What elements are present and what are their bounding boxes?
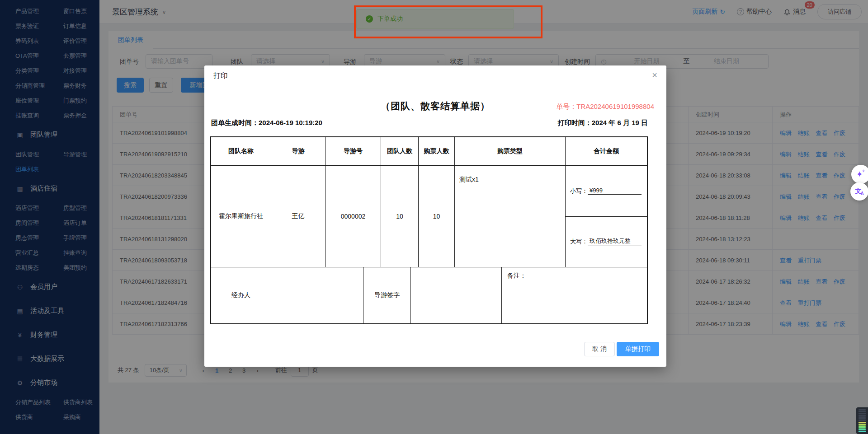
receipt-table: 团队名称 导游 导游号 团队人数 购票人数 购票类型 合计金额 霍尔果斯旅行社 …	[210, 136, 648, 324]
annotation-rectangle	[354, 5, 542, 38]
generated-label: 团单生成时间：	[211, 119, 259, 126]
cell-remark: 备注：	[502, 267, 649, 323]
cell-guide-sign-label: 导游签字	[363, 267, 411, 323]
cell-team-count: 10	[381, 166, 419, 267]
hdr-ticket-count: 购票人数	[419, 137, 455, 166]
amount-words-label: 大写：	[570, 238, 588, 246]
cell-ticket-type: 测试x1	[455, 166, 566, 267]
receipt-print-time: 打印时间：2024 年 6 月 19 日	[558, 119, 648, 127]
receipt-table-footer: 经办人 导游签字 备注：	[211, 267, 647, 323]
ai-assistant-button[interactable]: ✦ ✧	[851, 165, 868, 184]
cell-guide-sign-space	[411, 267, 502, 323]
receipt-order-no-value: TRA20240619101998804	[576, 103, 654, 110]
close-icon[interactable]: ×	[652, 70, 657, 80]
cell-operator-label: 经办人	[211, 267, 271, 323]
amount-numeric-row: 小写： ¥999	[566, 166, 647, 217]
translate-a-icon: A	[860, 191, 863, 196]
hdr-guide: 导游	[271, 137, 326, 166]
cell-guide-no: 0000002	[326, 166, 381, 267]
sparkle-small-icon: ✧	[862, 169, 865, 173]
receipt-generated-time: 团单生成时间：2024-06-19 10:19:20	[211, 119, 322, 127]
receipt-order-no: 单号：TRA20240619101998804	[556, 103, 654, 111]
receipt-table-header: 团队名称 导游 导游号 团队人数 购票人数 购票类型 合计金额	[211, 137, 647, 166]
dialog-title: 打印	[213, 71, 228, 81]
receipt-order-no-label: 单号：	[556, 103, 576, 110]
hdr-guide-no: 导游号	[326, 137, 381, 166]
cancel-button[interactable]: 取 消	[584, 342, 615, 356]
cell-guide: 王亿	[271, 166, 326, 267]
print-dialog: 打印 × （团队、散客结算单据） 单号：TRA20240619101998804…	[204, 65, 666, 367]
print-receipt-button[interactable]: 单据打印	[617, 342, 659, 356]
cell-total-amount: 小写： ¥999 大写： 玖佰玖拾玖元整	[566, 166, 647, 267]
generated-value: 2024-06-19 10:19:20	[259, 119, 322, 126]
amount-words-value: 玖佰玖拾玖元整	[588, 237, 642, 246]
cell-ticket-count: 10	[419, 166, 455, 267]
cell-team-name: 霍尔果斯旅行社	[211, 166, 271, 267]
hdr-ticket-type: 购票类型	[455, 137, 566, 166]
print-time-value: 2024 年 6 月 19 日	[592, 119, 648, 126]
translate-button[interactable]: 文 A	[850, 182, 868, 201]
amount-words-row: 大写： 玖佰玖拾玖元整	[566, 217, 647, 267]
amount-numeric-label: 小写：	[570, 187, 588, 195]
amount-numeric-value: ¥999	[588, 187, 642, 195]
hdr-team-count: 团队人数	[381, 137, 419, 166]
performance-monitor-widget	[856, 407, 868, 434]
print-time-label: 打印时间：	[558, 119, 592, 126]
hdr-total-amount: 合计金额	[566, 137, 647, 166]
hdr-team-name: 团队名称	[211, 137, 271, 166]
receipt-table-body: 霍尔果斯旅行社 王亿 0000002 10 10 测试x1 小写： ¥999 大…	[211, 166, 647, 267]
cell-operator-sign-space	[271, 267, 363, 323]
